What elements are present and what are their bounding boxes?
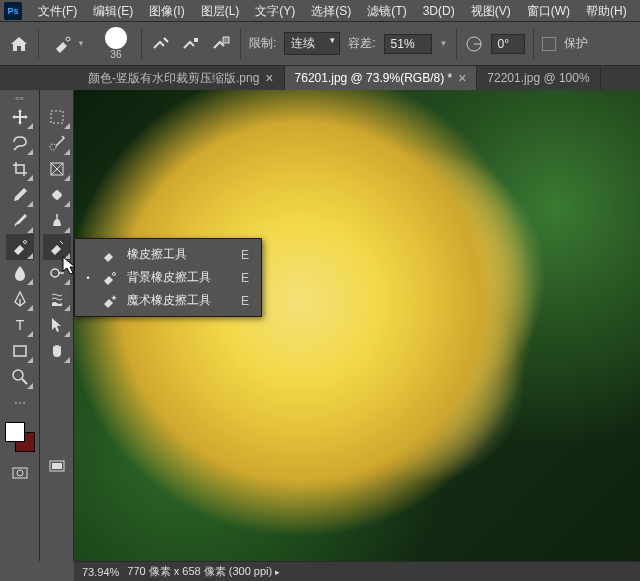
bg-eraser-icon	[101, 270, 119, 286]
zoom-level[interactable]: 73.94%	[82, 566, 119, 578]
eraser-icon	[101, 247, 119, 263]
eraser-flyout-menu: 橡皮擦工具 E • 背景橡皮擦工具 E 魔术橡皮擦工具 E	[74, 238, 262, 317]
svg-point-8	[13, 370, 23, 380]
svg-rect-7	[14, 346, 26, 356]
sampling-continuous-icon[interactable]	[150, 33, 172, 55]
hand-tool[interactable]	[43, 338, 71, 364]
flyout-shortcut: E	[241, 294, 249, 308]
eraser-tool[interactable]	[6, 234, 34, 260]
edit-toolbar-icon[interactable]: ⋯	[6, 390, 34, 416]
menu-type[interactable]: 文字(Y)	[247, 0, 303, 22]
menu-image[interactable]: 图像(I)	[141, 0, 192, 22]
svg-point-13	[50, 144, 56, 150]
divider	[240, 29, 241, 59]
menu-select[interactable]: 选择(S)	[303, 0, 359, 22]
menu-edit[interactable]: 编辑(E)	[85, 0, 141, 22]
svg-point-23	[113, 272, 116, 275]
home-icon[interactable]	[8, 33, 30, 55]
chevron-down-icon: ▼	[77, 39, 85, 48]
healing-brush-tool[interactable]	[43, 182, 71, 208]
menu-layer[interactable]: 图层(L)	[193, 0, 248, 22]
flyout-item-eraser[interactable]: 橡皮擦工具 E	[75, 243, 261, 266]
marquee-tool[interactable]	[43, 104, 71, 130]
menu-filter[interactable]: 滤镜(T)	[359, 0, 414, 22]
zoom-tool[interactable]	[6, 364, 34, 390]
svg-rect-1	[194, 38, 198, 42]
flyout-label: 魔术橡皮擦工具	[127, 292, 223, 309]
app-logo: Ps	[4, 2, 22, 20]
close-icon[interactable]: ×	[265, 71, 273, 85]
type-tool[interactable]: T	[6, 312, 34, 338]
foreground-color-swatch[interactable]	[5, 422, 25, 442]
brush-tool[interactable]	[6, 208, 34, 234]
flyout-label: 橡皮擦工具	[127, 246, 223, 263]
limit-select[interactable]: 连续	[284, 32, 340, 55]
document-tab[interactable]: 颜色-竖版有水印裁剪压缩版.png ×	[78, 66, 285, 90]
flyout-item-bg-eraser[interactable]: • 背景橡皮擦工具 E	[75, 266, 261, 289]
toolbox-collapse-icon[interactable]	[40, 92, 73, 104]
document-tab[interactable]: 76201.jpg @ 73.9%(RGB/8) * ×	[285, 66, 478, 90]
toolbox-collapse-icon[interactable]: ««	[0, 92, 39, 104]
document-tabs: 颜色-竖版有水印裁剪压缩版.png × 76201.jpg @ 73.9%(RG…	[0, 66, 640, 90]
blur-tool[interactable]	[6, 260, 34, 286]
gradient-tool[interactable]	[43, 286, 71, 312]
flyout-shortcut: E	[241, 248, 249, 262]
document-dimensions[interactable]: 770 像素 x 658 像素 (300 ppi)	[127, 564, 279, 579]
frame-tool[interactable]	[43, 156, 71, 182]
angle-icon[interactable]	[465, 35, 483, 53]
lasso-tool[interactable]	[6, 130, 34, 156]
protect-foreground-checkbox[interactable]	[542, 37, 556, 51]
tab-label: 72201.jpg @ 100%	[487, 71, 589, 85]
protect-label: 保护	[564, 35, 588, 52]
crop-tool[interactable]	[6, 156, 34, 182]
tool-preset[interactable]: ▼	[47, 34, 91, 54]
quick-select-tool[interactable]	[43, 130, 71, 156]
menu-window[interactable]: 窗口(W)	[519, 0, 578, 22]
brush-preview[interactable]: 36	[99, 27, 133, 60]
flyout-shortcut: E	[241, 271, 249, 285]
workspace: «« T ⋯	[0, 90, 640, 561]
status-bar: 73.94% 770 像素 x 658 像素 (300 ppi)	[74, 561, 640, 581]
cursor-icon	[62, 256, 78, 276]
tab-label: 76201.jpg @ 73.9%(RGB/8) *	[295, 71, 453, 85]
svg-point-11	[17, 470, 23, 476]
divider	[141, 29, 142, 59]
tolerance-label: 容差:	[348, 35, 375, 52]
angle-value[interactable]: 0°	[491, 34, 525, 54]
flyout-mark: •	[83, 273, 93, 283]
quick-mask-icon[interactable]	[6, 460, 34, 486]
menu-bar: Ps 文件(F) 编辑(E) 图像(I) 图层(L) 文字(Y) 选择(S) 滤…	[0, 0, 640, 22]
svg-point-5	[23, 241, 26, 244]
close-icon[interactable]: ×	[458, 71, 466, 85]
divider	[456, 29, 457, 59]
menu-file[interactable]: 文件(F)	[30, 0, 85, 22]
flyout-label: 背景橡皮擦工具	[127, 269, 223, 286]
chevron-down-icon[interactable]: ▼	[440, 39, 448, 48]
svg-rect-12	[51, 111, 63, 123]
tolerance-value[interactable]: 51%	[384, 34, 432, 54]
document-image	[74, 90, 640, 561]
menu-view[interactable]: 视图(V)	[463, 0, 519, 22]
sampling-once-icon[interactable]	[180, 33, 202, 55]
toolbox-col2	[40, 90, 74, 561]
brush-dot-icon	[105, 27, 127, 49]
eyedropper-tool[interactable]	[6, 182, 34, 208]
menu-help[interactable]: 帮助(H)	[578, 0, 635, 22]
options-bar: ▼ 36 限制: 连续 容差: 51% ▼ 0° 保护	[0, 22, 640, 66]
menu-3d[interactable]: 3D(D)	[415, 0, 463, 22]
sampling-swatch-icon[interactable]	[210, 33, 232, 55]
divider	[38, 29, 39, 59]
flyout-item-magic-eraser[interactable]: 魔术橡皮擦工具 E	[75, 289, 261, 312]
svg-rect-2	[223, 37, 229, 43]
path-select-tool[interactable]	[43, 312, 71, 338]
screen-mode-icon[interactable]	[43, 454, 71, 480]
svg-rect-17	[51, 189, 62, 200]
color-swatches[interactable]	[5, 422, 35, 452]
rectangle-tool[interactable]	[6, 338, 34, 364]
pen-tool[interactable]	[6, 286, 34, 312]
canvas[interactable]	[74, 90, 640, 561]
document-tab[interactable]: 72201.jpg @ 100%	[477, 66, 600, 90]
limit-label: 限制:	[249, 35, 276, 52]
clone-stamp-tool[interactable]	[43, 208, 71, 234]
move-tool[interactable]	[6, 104, 34, 130]
